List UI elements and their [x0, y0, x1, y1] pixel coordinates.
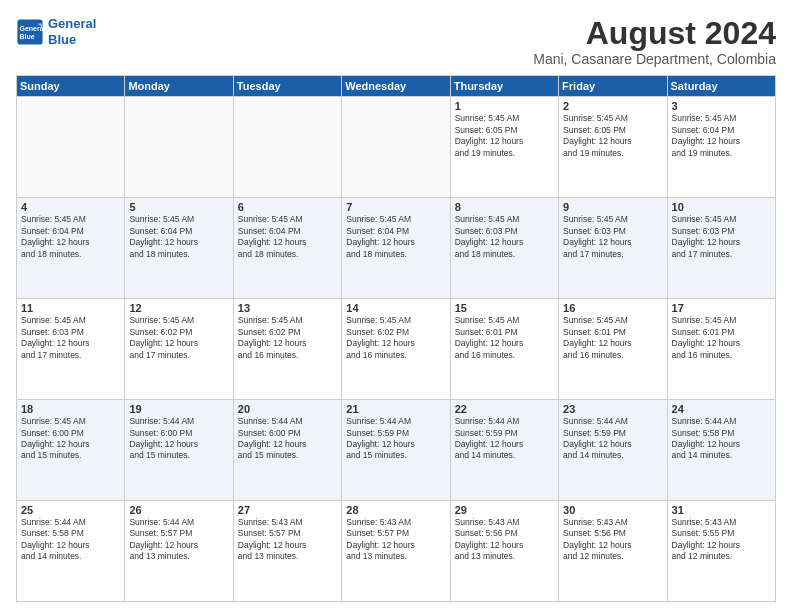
- calendar-cell: 6Sunrise: 5:45 AM Sunset: 6:04 PM Daylig…: [233, 198, 341, 299]
- day-number: 22: [455, 403, 554, 415]
- day-info: Sunrise: 5:45 AM Sunset: 6:04 PM Dayligh…: [346, 214, 445, 260]
- calendar-cell: 5Sunrise: 5:45 AM Sunset: 6:04 PM Daylig…: [125, 198, 233, 299]
- day-number: 28: [346, 504, 445, 516]
- day-info: Sunrise: 5:44 AM Sunset: 5:57 PM Dayligh…: [129, 517, 228, 563]
- day-info: Sunrise: 5:45 AM Sunset: 6:03 PM Dayligh…: [672, 214, 771, 260]
- calendar-cell: 2Sunrise: 5:45 AM Sunset: 6:05 PM Daylig…: [559, 97, 667, 198]
- day-info: Sunrise: 5:43 AM Sunset: 5:57 PM Dayligh…: [346, 517, 445, 563]
- day-number: 24: [672, 403, 771, 415]
- day-number: 20: [238, 403, 337, 415]
- weekday-header: SundayMondayTuesdayWednesdayThursdayFrid…: [17, 76, 776, 97]
- day-info: Sunrise: 5:44 AM Sunset: 5:59 PM Dayligh…: [346, 416, 445, 462]
- calendar-cell: 30Sunrise: 5:43 AM Sunset: 5:56 PM Dayli…: [559, 501, 667, 602]
- weekday-header-thursday: Thursday: [450, 76, 558, 97]
- day-number: 14: [346, 302, 445, 314]
- calendar-week-4: 18Sunrise: 5:45 AM Sunset: 6:00 PM Dayli…: [17, 400, 776, 501]
- day-number: 23: [563, 403, 662, 415]
- day-info: Sunrise: 5:45 AM Sunset: 6:05 PM Dayligh…: [455, 113, 554, 159]
- calendar-cell: 9Sunrise: 5:45 AM Sunset: 6:03 PM Daylig…: [559, 198, 667, 299]
- day-number: 2: [563, 100, 662, 112]
- title-block: August 2024 Mani, Casanare Department, C…: [533, 16, 776, 67]
- calendar-cell: 27Sunrise: 5:43 AM Sunset: 5:57 PM Dayli…: [233, 501, 341, 602]
- day-info: Sunrise: 5:45 AM Sunset: 6:00 PM Dayligh…: [21, 416, 120, 462]
- calendar-cell: [17, 97, 125, 198]
- day-number: 8: [455, 201, 554, 213]
- calendar-cell: 20Sunrise: 5:44 AM Sunset: 6:00 PM Dayli…: [233, 400, 341, 501]
- calendar-cell: 7Sunrise: 5:45 AM Sunset: 6:04 PM Daylig…: [342, 198, 450, 299]
- subtitle: Mani, Casanare Department, Colombia: [533, 51, 776, 67]
- day-info: Sunrise: 5:45 AM Sunset: 6:02 PM Dayligh…: [129, 315, 228, 361]
- day-info: Sunrise: 5:45 AM Sunset: 6:04 PM Dayligh…: [238, 214, 337, 260]
- day-number: 15: [455, 302, 554, 314]
- calendar-cell: 1Sunrise: 5:45 AM Sunset: 6:05 PM Daylig…: [450, 97, 558, 198]
- calendar-cell: 24Sunrise: 5:44 AM Sunset: 5:58 PM Dayli…: [667, 400, 775, 501]
- calendar-cell: 13Sunrise: 5:45 AM Sunset: 6:02 PM Dayli…: [233, 299, 341, 400]
- day-info: Sunrise: 5:45 AM Sunset: 6:05 PM Dayligh…: [563, 113, 662, 159]
- calendar-cell: 25Sunrise: 5:44 AM Sunset: 5:58 PM Dayli…: [17, 501, 125, 602]
- weekday-header-saturday: Saturday: [667, 76, 775, 97]
- calendar-week-1: 1Sunrise: 5:45 AM Sunset: 6:05 PM Daylig…: [17, 97, 776, 198]
- day-info: Sunrise: 5:45 AM Sunset: 6:03 PM Dayligh…: [21, 315, 120, 361]
- calendar-week-3: 11Sunrise: 5:45 AM Sunset: 6:03 PM Dayli…: [17, 299, 776, 400]
- weekday-header-tuesday: Tuesday: [233, 76, 341, 97]
- day-number: 27: [238, 504, 337, 516]
- calendar-body: 1Sunrise: 5:45 AM Sunset: 6:05 PM Daylig…: [17, 97, 776, 602]
- calendar-cell: 11Sunrise: 5:45 AM Sunset: 6:03 PM Dayli…: [17, 299, 125, 400]
- day-number: 12: [129, 302, 228, 314]
- day-info: Sunrise: 5:43 AM Sunset: 5:56 PM Dayligh…: [455, 517, 554, 563]
- main-title: August 2024: [533, 16, 776, 51]
- weekday-header-monday: Monday: [125, 76, 233, 97]
- day-number: 9: [563, 201, 662, 213]
- calendar-cell: 3Sunrise: 5:45 AM Sunset: 6:04 PM Daylig…: [667, 97, 775, 198]
- day-info: Sunrise: 5:44 AM Sunset: 6:00 PM Dayligh…: [129, 416, 228, 462]
- calendar-cell: [342, 97, 450, 198]
- day-info: Sunrise: 5:45 AM Sunset: 6:01 PM Dayligh…: [672, 315, 771, 361]
- day-number: 13: [238, 302, 337, 314]
- day-info: Sunrise: 5:45 AM Sunset: 6:04 PM Dayligh…: [672, 113, 771, 159]
- day-info: Sunrise: 5:43 AM Sunset: 5:55 PM Dayligh…: [672, 517, 771, 563]
- calendar-cell: 19Sunrise: 5:44 AM Sunset: 6:00 PM Dayli…: [125, 400, 233, 501]
- calendar-cell: 15Sunrise: 5:45 AM Sunset: 6:01 PM Dayli…: [450, 299, 558, 400]
- day-number: 11: [21, 302, 120, 314]
- logo: General Blue General Blue: [16, 16, 96, 47]
- svg-rect-0: [17, 19, 42, 44]
- calendar: SundayMondayTuesdayWednesdayThursdayFrid…: [16, 75, 776, 602]
- day-info: Sunrise: 5:44 AM Sunset: 5:58 PM Dayligh…: [21, 517, 120, 563]
- calendar-cell: 23Sunrise: 5:44 AM Sunset: 5:59 PM Dayli…: [559, 400, 667, 501]
- logo-line1: General: [48, 16, 96, 31]
- day-number: 3: [672, 100, 771, 112]
- logo-icon: General Blue: [16, 18, 44, 46]
- calendar-cell: 16Sunrise: 5:45 AM Sunset: 6:01 PM Dayli…: [559, 299, 667, 400]
- day-info: Sunrise: 5:45 AM Sunset: 6:03 PM Dayligh…: [563, 214, 662, 260]
- calendar-week-2: 4Sunrise: 5:45 AM Sunset: 6:04 PM Daylig…: [17, 198, 776, 299]
- calendar-cell: [125, 97, 233, 198]
- calendar-cell: [233, 97, 341, 198]
- day-number: 21: [346, 403, 445, 415]
- day-info: Sunrise: 5:44 AM Sunset: 5:59 PM Dayligh…: [455, 416, 554, 462]
- calendar-week-5: 25Sunrise: 5:44 AM Sunset: 5:58 PM Dayli…: [17, 501, 776, 602]
- logo-text: General Blue: [48, 16, 96, 47]
- day-number: 6: [238, 201, 337, 213]
- day-info: Sunrise: 5:45 AM Sunset: 6:04 PM Dayligh…: [129, 214, 228, 260]
- logo-line2: Blue: [48, 32, 76, 47]
- day-info: Sunrise: 5:45 AM Sunset: 6:01 PM Dayligh…: [563, 315, 662, 361]
- calendar-cell: 18Sunrise: 5:45 AM Sunset: 6:00 PM Dayli…: [17, 400, 125, 501]
- weekday-header-sunday: Sunday: [17, 76, 125, 97]
- calendar-cell: 8Sunrise: 5:45 AM Sunset: 6:03 PM Daylig…: [450, 198, 558, 299]
- calendar-cell: 17Sunrise: 5:45 AM Sunset: 6:01 PM Dayli…: [667, 299, 775, 400]
- day-info: Sunrise: 5:45 AM Sunset: 6:01 PM Dayligh…: [455, 315, 554, 361]
- day-info: Sunrise: 5:44 AM Sunset: 5:58 PM Dayligh…: [672, 416, 771, 462]
- calendar-cell: 22Sunrise: 5:44 AM Sunset: 5:59 PM Dayli…: [450, 400, 558, 501]
- calendar-cell: 14Sunrise: 5:45 AM Sunset: 6:02 PM Dayli…: [342, 299, 450, 400]
- day-info: Sunrise: 5:44 AM Sunset: 6:00 PM Dayligh…: [238, 416, 337, 462]
- calendar-cell: 10Sunrise: 5:45 AM Sunset: 6:03 PM Dayli…: [667, 198, 775, 299]
- day-info: Sunrise: 5:43 AM Sunset: 5:57 PM Dayligh…: [238, 517, 337, 563]
- calendar-cell: 31Sunrise: 5:43 AM Sunset: 5:55 PM Dayli…: [667, 501, 775, 602]
- calendar-cell: 26Sunrise: 5:44 AM Sunset: 5:57 PM Dayli…: [125, 501, 233, 602]
- day-info: Sunrise: 5:45 AM Sunset: 6:03 PM Dayligh…: [455, 214, 554, 260]
- day-info: Sunrise: 5:45 AM Sunset: 6:02 PM Dayligh…: [238, 315, 337, 361]
- weekday-header-wednesday: Wednesday: [342, 76, 450, 97]
- day-info: Sunrise: 5:45 AM Sunset: 6:04 PM Dayligh…: [21, 214, 120, 260]
- day-number: 31: [672, 504, 771, 516]
- day-info: Sunrise: 5:43 AM Sunset: 5:56 PM Dayligh…: [563, 517, 662, 563]
